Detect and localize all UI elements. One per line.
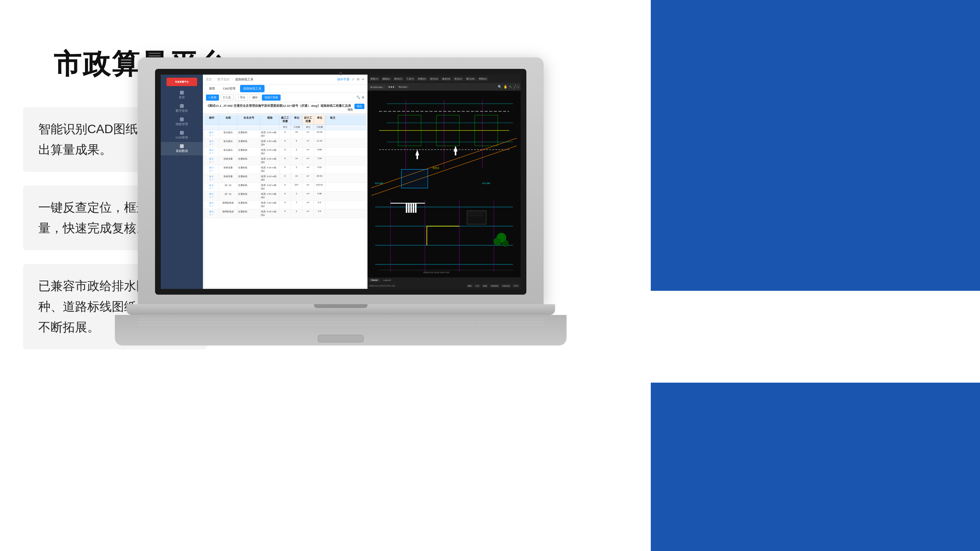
fullname-cell: 交通标线 [237,209,260,218]
digital-icon [180,104,184,108]
zoom-in-icon[interactable]: 🔍 [498,85,502,89]
app-topnav: 首页 / 数字造价 / 道路标线工具 操作手册 ⤢ ⚙ ✕ [203,75,368,85]
cad-tool-dim[interactable]: 标注(N) [429,77,439,81]
const-val: 13 [291,174,302,183]
revoke-button[interactable]: 撤回 [250,95,260,101]
cad-tool-help[interactable]: 帮助(H) [477,77,488,81]
spec-cell: 线宽: 6.00 m线段8 [260,209,279,218]
fullname-cell: 交通标线 [237,130,260,139]
cad-tool-edit[interactable]: 编辑(E) [381,77,392,81]
search-icon[interactable]: 🔍 [356,96,360,99]
name-cell: 热铸流量 [219,174,237,183]
bylayer-selector[interactable]: ByLayer [397,85,409,88]
const-val: 2 [291,148,302,156]
layer-selector[interactable]: ⊞ GDD-Ma... [369,85,385,89]
const-val: 7 [291,201,302,209]
op-cell[interactable]: ⊞ Z△ ○ [204,183,219,191]
breadcrumb-sep-1: / [214,78,215,81]
export-button[interactable]: ↑ 导出 [235,95,248,101]
close-icon[interactable]: ✕ [362,78,364,81]
design-val: 11.52 [314,139,325,147]
add-button[interactable]: + 新增 [206,95,219,101]
settings-icon[interactable]: ⚙ [357,78,359,81]
grid-button[interactable]: 栅格 [467,284,473,287]
sidebar-item-cad[interactable]: CAD管理 [161,129,203,142]
header-construction-unit: 单位 [291,115,302,124]
const-val: 14 [291,156,302,165]
calc-button[interactable]: 智能计算量 [262,95,281,101]
cad-viewport[interactable]: 交叉口 K12+360 K12+380 [368,91,521,277]
table-row: ⊞ Z△ ○ 热铸流量 交通标线 线宽: 3.00 m线段8 0 14 m² 7… [204,156,366,165]
header-design-qty: 设计工程量 [302,115,314,124]
model-tab[interactable]: Model [369,279,380,282]
performance-icon [180,117,184,121]
pan-icon[interactable]: ✋ [503,85,508,89]
spec-cell: 线宽: 6.00 m线段8 [260,148,279,156]
polar-button[interactable]: 极轴 [482,284,488,287]
notes-cell [325,209,340,218]
op-cell[interactable]: ⊞ Z△ ○ [204,192,219,200]
name-cell: 标头圆点 [219,148,237,156]
help-link[interactable]: 操作手册 [337,77,350,82]
const-val: 2 [291,209,302,218]
laptop-screen-shell: 市政算量平台 首页 数字造价 绩效管理 [138,57,544,306]
name-cell: 标头圆点 [219,139,237,147]
cad-tool-window[interactable]: 窗口(W) [465,77,476,81]
dyn-button[interactable]: DYN [513,284,519,287]
notes-cell [325,130,340,139]
trackpad[interactable] [318,335,364,342]
op-cell[interactable]: ⊞ Z△ ○ [204,148,219,156]
sidebar-item-home[interactable]: 首页 [161,88,203,102]
linetype-selector[interactable]: ■ ■ ■ [387,85,395,88]
fullname-cell: 交通标线 [237,183,260,191]
sidebar-item-basic[interactable]: 基础数据 [161,142,203,155]
sidebar-item-performance[interactable]: 绩效管理 [161,115,203,129]
design-val: 2.6 [314,209,325,218]
cad-tool-tools[interactable]: 工具(T) [405,77,416,81]
cad-tool-view[interactable]: 视角(V) [369,77,380,81]
sidebar-item-digital[interactable]: 数字造价 [161,102,203,115]
layout1-tab[interactable]: Layout1 [381,279,393,282]
track-button[interactable]: 对象追踪 [501,284,511,287]
draw-line-icon[interactable]: ╱ [514,85,516,89]
op-cell[interactable]: ⊞ Z△ ○ [204,209,219,218]
draw-rect-icon[interactable]: □ [517,85,519,89]
const-val: 2 [291,165,302,174]
laptop-base [126,304,555,315]
header-name: 名称 [219,115,237,124]
name-cell: 涂一白 [219,183,237,191]
table-header: 操作 名称 全名全号 规格 施工工程量 单位 设计工程量 单位 备注 [204,115,366,125]
const-qty: 0 [279,209,291,218]
op-cell[interactable]: ⊞ Z△ ○ [204,165,219,174]
const-qty: 0 [279,156,291,165]
cad-tool-draw[interactable]: 绘图(D) [416,77,427,81]
op-cell[interactable]: ⊞ Z△ ○ [204,139,219,147]
tab-survey[interactable]: 测算 [206,85,218,92]
op-cell[interactable]: ⊞ Z△ ○ [204,174,219,183]
cad-tool-modify[interactable]: 修改(M) [441,77,452,81]
report-button[interactable]: 报告 [354,104,364,109]
table-row: ⊞ Z△ ○ 标头圆点 交通标线 线宽: 4.50 m线段8 0 5 m² 11… [204,139,366,148]
op-cell[interactable]: ⊞ Z△ ○ [204,130,219,139]
svg-rect-37 [467,211,486,224]
fullname-cell: 交通标线 [237,201,260,209]
svg-point-35 [502,240,508,246]
table-row: ⊞ Z△ ○ 涂一白 交通标线 线宽: 3.00 m线段8 0 257 m² 3… [204,183,366,192]
design-unit: m² [302,183,314,191]
filter-icon[interactable]: ⊞ [362,96,364,99]
op-cell[interactable]: ⊞ Z△ ○ [204,201,219,209]
tab-cad-mgmt[interactable]: CAD管理 [220,85,238,92]
snap-button[interactable]: 对象捕捉 [490,284,500,287]
svg-rect-26 [408,203,410,213]
select-icon[interactable]: ↖ [509,85,512,89]
data-table: 操作 名称 全名全号 规格 施工工程量 单位 设计工程量 单位 备注 [204,115,366,287]
expand-icon[interactable]: ⤢ [352,78,354,81]
tab-road-marking[interactable]: 道路标线工具 [240,85,265,92]
op-cell[interactable]: ⊞ Z△ ○ [204,156,219,165]
table-row: ⊞ Z△ ○ 路网标线条 交通标线 线宽: 3.00 m线段8 0 7 m² 0… [204,201,366,209]
sum-button[interactable]: Σ 汇总 [220,95,234,101]
cad-tool-format[interactable]: 格式(O) [393,77,404,81]
report-label: 报告 [348,108,353,112]
ortho-button[interactable]: 正交 [474,284,480,287]
cad-tool-express[interactable]: 表达(X) [453,77,464,81]
